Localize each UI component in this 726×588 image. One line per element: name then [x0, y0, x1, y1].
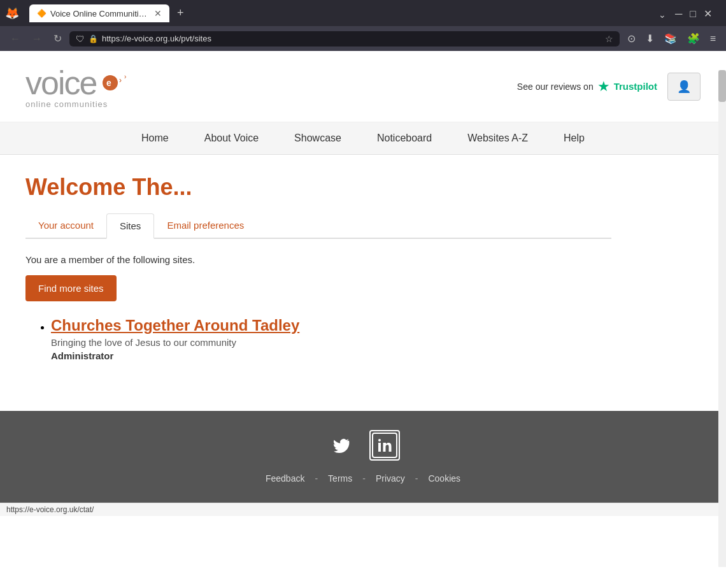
minimize-button[interactable]: ─: [671, 6, 686, 22]
refresh-button[interactable]: ↻: [50, 30, 66, 47]
tab-sites[interactable]: Sites: [106, 213, 154, 239]
firefox-icon: 🦊: [5, 6, 19, 20]
browser-titlebar: 🦊 🔶 Voice Online Communities | We ✕ + ⌄ …: [0, 0, 726, 26]
tab-favicon: 🔶: [37, 9, 46, 18]
header-right: See our reviews on ★ Trustpilot 👤: [517, 73, 701, 101]
library-button[interactable]: 📚: [660, 30, 681, 47]
status-url: https://e-voice.org.uk/ctat/: [6, 505, 94, 514]
nav-item-noticeboard: Noticeboard: [359, 122, 450, 154]
trustpilot-prefix: See our reviews on: [517, 82, 594, 92]
address-input[interactable]: [102, 34, 601, 43]
find-more-sites-button[interactable]: Find more sites: [25, 275, 117, 301]
bookmark-star-icon[interactable]: ☆: [605, 34, 613, 44]
browser-nav-icons: ⊙ ⬇ 📚 🧩 ≡: [623, 30, 720, 47]
tab-your-account[interactable]: Your account: [25, 213, 106, 238]
nav-item-about: About Voice: [187, 122, 276, 154]
svg-text:›: ›: [114, 75, 116, 82]
logo-voice-text: voice: [25, 64, 96, 102]
footer-separator-2: -: [362, 473, 366, 484]
status-bar: https://e-voice.org.uk/ctat/: [0, 503, 726, 516]
nav-item-websites-az: Websites A-Z: [450, 122, 546, 154]
nav-link-showcase[interactable]: Showcase: [276, 122, 359, 154]
user-account-button[interactable]: 👤: [667, 73, 701, 101]
trustpilot-star-icon: ★: [597, 78, 610, 95]
nav-link-noticeboard[interactable]: Noticeboard: [359, 122, 450, 154]
forward-button[interactable]: →: [28, 31, 46, 47]
new-tab-button[interactable]: +: [172, 4, 189, 22]
download-button[interactable]: ⬇: [642, 30, 658, 47]
sites-tab-content: You are a member of the following sites.…: [25, 254, 611, 361]
svg-text:›: ›: [119, 76, 122, 85]
site-role: Administrator: [51, 350, 611, 361]
user-icon: 👤: [677, 80, 691, 93]
back-button[interactable]: ←: [6, 31, 24, 47]
site-description: Bringing the love of Jesus to our commun…: [51, 337, 611, 348]
nav-link-home[interactable]: Home: [124, 122, 187, 154]
tab-title: Voice Online Communities | We: [50, 9, 148, 18]
footer-separator-1: -: [315, 473, 318, 484]
footer-privacy-link[interactable]: Privacy: [376, 473, 405, 484]
lock-icon: 🔒: [89, 34, 98, 43]
page-content: voice e › › › online communities See our…: [0, 51, 726, 503]
nav-list: Home About Voice Showcase Noticeboard We…: [0, 122, 726, 154]
maximize-button[interactable]: □: [686, 6, 700, 22]
nav-item-showcase: Showcase: [276, 122, 359, 154]
site-link-churches-tadley[interactable]: Churches Together Around Tadley: [51, 317, 299, 334]
site-footer: Feedback - Terms - Privacy - Cookies: [0, 411, 726, 503]
trustpilot-brand-label: Trustpilot: [614, 81, 657, 92]
tab-close-button[interactable]: ✕: [154, 8, 162, 18]
tab-email-preferences[interactable]: Email preferences: [154, 213, 257, 238]
scrollbar-thumb[interactable]: [718, 70, 726, 102]
logo-subtitle: online communities: [25, 99, 137, 109]
browser-navbar: ← → ↻ 🛡 🔒 ☆ ⊙ ⬇ 📚 🧩 ≡: [0, 26, 726, 51]
footer-separator-3: -: [415, 473, 418, 484]
footer-social-icons: [25, 430, 701, 461]
logo: voice e › › › online communities: [25, 64, 137, 109]
nav-link-help[interactable]: Help: [546, 122, 602, 154]
site-navigation: Home About Voice Showcase Noticeboard We…: [0, 122, 726, 155]
nav-link-about[interactable]: About Voice: [187, 122, 276, 154]
linkedin-icon[interactable]: [369, 430, 400, 461]
svg-text:›: ›: [124, 73, 126, 80]
trustpilot-area: See our reviews on ★ Trustpilot: [517, 78, 657, 95]
footer-terms-link[interactable]: Terms: [328, 473, 352, 484]
svg-text:e: e: [106, 78, 111, 88]
membership-description: You are a member of the following sites.: [25, 254, 611, 265]
menu-button[interactable]: ≡: [706, 30, 720, 47]
account-tabs: Your account Sites Email preferences: [25, 213, 611, 239]
address-bar-container: 🛡 🔒 ☆: [69, 31, 620, 47]
footer-feedback-link[interactable]: Feedback: [266, 473, 304, 484]
page-title: Welcome The...: [25, 174, 611, 201]
pocket-button[interactable]: ⊙: [623, 30, 639, 47]
scrollbar[interactable]: [718, 70, 726, 516]
nav-item-help: Help: [546, 122, 602, 154]
list-item: Churches Together Around Tadley Bringing…: [51, 317, 611, 361]
tab-chevron[interactable]: ⌄: [653, 7, 671, 22]
extensions-button[interactable]: 🧩: [683, 30, 704, 47]
logo-megaphone-icon: e › › ›: [97, 70, 136, 96]
close-window-button[interactable]: ✕: [700, 5, 716, 22]
nav-item-home: Home: [124, 122, 187, 154]
shield-icon: 🛡: [76, 34, 85, 44]
logo-row: voice e › › ›: [25, 64, 137, 102]
twitter-icon[interactable]: [326, 430, 357, 461]
footer-links: Feedback - Terms - Privacy - Cookies: [25, 473, 701, 484]
footer-cookies-link[interactable]: Cookies: [428, 473, 460, 484]
browser-chrome: 🦊 🔶 Voice Online Communities | We ✕ + ⌄ …: [0, 0, 726, 51]
nav-link-websites-az[interactable]: Websites A-Z: [450, 122, 546, 154]
active-tab[interactable]: 🔶 Voice Online Communities | We ✕: [29, 4, 169, 22]
sites-list: Churches Together Around Tadley Bringing…: [25, 317, 611, 361]
main-content-area: Welcome The... Your account Sites Email …: [0, 155, 637, 385]
site-header: voice e › › › online communities See our…: [0, 51, 726, 122]
